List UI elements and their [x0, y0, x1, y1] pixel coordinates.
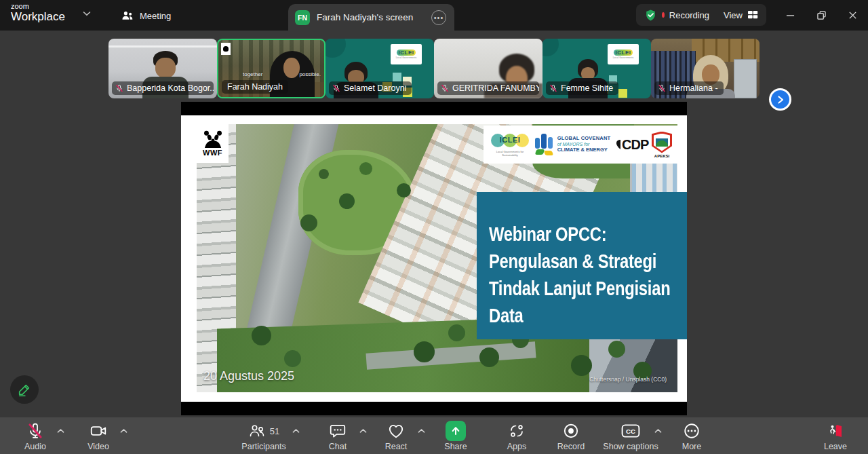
brand-zoom: zoom [11, 3, 65, 11]
security-shield-icon[interactable] [644, 9, 657, 22]
iclei-logo-mini: ICLEILocal Governments [391, 44, 422, 64]
react-label: React [385, 442, 408, 451]
leave-label: Leave [824, 442, 847, 451]
participant-name-pill: Selamet Daroyni [329, 81, 412, 95]
react-caret-icon[interactable] [418, 428, 425, 434]
record-label: Record [557, 442, 585, 451]
share-label: Share [444, 442, 467, 451]
brand-workplace: Workplace [11, 11, 65, 23]
recording-dot-icon [662, 12, 665, 18]
cdp-logo: CDP [614, 137, 648, 153]
apeksi-shield-icon [652, 132, 672, 153]
window-minimize-button[interactable] [780, 5, 800, 24]
participant-video-femme[interactable]: ICLEILocal Governments Femme Sihite [542, 39, 651, 98]
iclei-wordmark: ICLEI [491, 136, 529, 144]
leave-button[interactable]: Leave [805, 421, 866, 451]
slide-title-line: Data [489, 302, 646, 329]
cdp-leaf-icon [614, 138, 622, 151]
avatar: FN [295, 10, 310, 25]
participant-video-hermaliana[interactable]: Hermaliana - [651, 39, 760, 98]
mic-muted-icon [549, 84, 557, 92]
audio-label: Audio [24, 442, 46, 451]
overlay-text-left: together [243, 71, 262, 77]
next-participants-button[interactable] [769, 88, 791, 111]
window-close-button[interactable] [842, 5, 863, 24]
wwf-mini-logo [221, 43, 231, 55]
captions-button[interactable]: CC Show captions [590, 421, 671, 451]
audio-button[interactable]: Audio [5, 421, 66, 451]
apeksi-label: APEKSI [654, 154, 669, 158]
participant-video-selamet[interactable]: ICLEILocal Governments Selamet Daroyni [326, 39, 434, 98]
heart-icon [387, 422, 405, 440]
whiteboard [734, 59, 757, 98]
chat-label: Chat [329, 442, 347, 451]
meeting-people-icon [121, 10, 134, 22]
annotate-button[interactable] [10, 375, 39, 404]
person-face [155, 58, 176, 78]
photo-trees [319, 169, 329, 179]
window-restore-button[interactable] [811, 5, 831, 24]
tab-shared-screen[interactable]: FN Farah Nadiyah's screen ••• [288, 4, 454, 31]
title-bar: zoom Workplace Meeting FN Farah Nadiyah'… [0, 0, 868, 31]
view-button-label[interactable]: View [724, 10, 743, 20]
participant-video-farah[interactable]: together possible. Farah Nadiyah [217, 39, 326, 98]
tab-more-icon[interactable]: ••• [431, 10, 446, 25]
more-ellipsis-icon [683, 422, 701, 440]
participants-button[interactable]: 51 Participants [226, 421, 301, 451]
participant-name-pill: Farah Nadiyah [222, 80, 288, 94]
screen-tab-title: Farah Nadiyah's screen [317, 12, 431, 22]
video-options-caret-icon[interactable] [120, 428, 127, 434]
mic-muted-icon [115, 84, 123, 92]
share-button[interactable]: Share [425, 421, 486, 451]
wwf-label: WWF [203, 149, 222, 157]
slide-title-box: Webinar OPCC: Pengulasan & Strategi Tind… [477, 192, 687, 339]
view-layout-icon[interactable] [747, 10, 758, 20]
participants-caret-icon[interactable] [292, 428, 300, 434]
workspace-chevron-down-icon[interactable] [83, 11, 91, 16]
leave-door-icon [827, 423, 844, 439]
participant-video-bapperida[interactable]: Bapperida Kota Bogor... [108, 39, 217, 98]
video-label: Video [87, 442, 109, 451]
iclei-subtitle: Local Governments for Sustainability [489, 150, 531, 157]
svg-text:CC: CC [626, 428, 635, 435]
more-label: More [682, 442, 701, 451]
wwf-panda-icon [201, 130, 224, 148]
audio-options-caret-icon[interactable] [57, 428, 64, 434]
gcom-buildings-icon [534, 132, 555, 157]
zoom-workplace-window: zoom Workplace Meeting FN Farah Nadiyah'… [0, 0, 868, 454]
captions-label: Show captions [603, 442, 658, 451]
mic-muted-icon [658, 84, 666, 92]
chat-button[interactable]: Chat [307, 421, 368, 451]
more-button[interactable]: More [661, 421, 722, 451]
decor-circle [326, 39, 346, 58]
camera-icon [90, 422, 107, 440]
partner-logo-strip: ICLEI Local Governments for Sustainabili… [484, 126, 677, 164]
slide-title-line: Tindak Lanjut Pengisian [489, 275, 646, 302]
participant-video-geritrida[interactable]: GERITRIDA FANUMBY [434, 39, 542, 98]
photo-credit: Chuttersnap / Unsplash (CC0) [589, 376, 667, 383]
ceiling-line [108, 45, 217, 48]
video-thumbnail-strip: Bapperida Kota Bogor... together possibl… [0, 31, 868, 107]
recording-status: Recording [669, 10, 709, 20]
pencil-icon [17, 382, 32, 397]
tab-meeting[interactable]: Meeting [121, 8, 171, 23]
participant-name-pill: GERITRIDA FANUMBY [437, 81, 539, 95]
meeting-tab-label: Meeting [140, 11, 171, 21]
apps-label: Apps [507, 442, 527, 451]
slide-date: 20 Agustus 2025 [203, 369, 294, 383]
participant-name: Femme Sihite [561, 83, 613, 93]
participants-icon [248, 423, 266, 439]
participant-name: Farah Nadiyah [227, 82, 283, 92]
react-button[interactable]: React [366, 421, 427, 451]
apps-button[interactable]: Apps [486, 421, 547, 451]
presentation-slide: WWF ICLEI Local Governments for Sustaina… [181, 115, 687, 402]
participant-name-pill: Hermaliana - [654, 81, 724, 95]
meeting-toolbar: Audio Video 51 Participants [0, 417, 868, 454]
apps-icon [508, 423, 526, 439]
video-button[interactable]: Video [68, 421, 129, 451]
wwf-logo: WWF [197, 124, 229, 163]
zoom-workplace-logo: zoom Workplace [11, 3, 65, 22]
person-face [283, 58, 300, 78]
mic-muted-icon [332, 84, 340, 92]
participant-name: Selamet Daroyni [344, 83, 406, 93]
